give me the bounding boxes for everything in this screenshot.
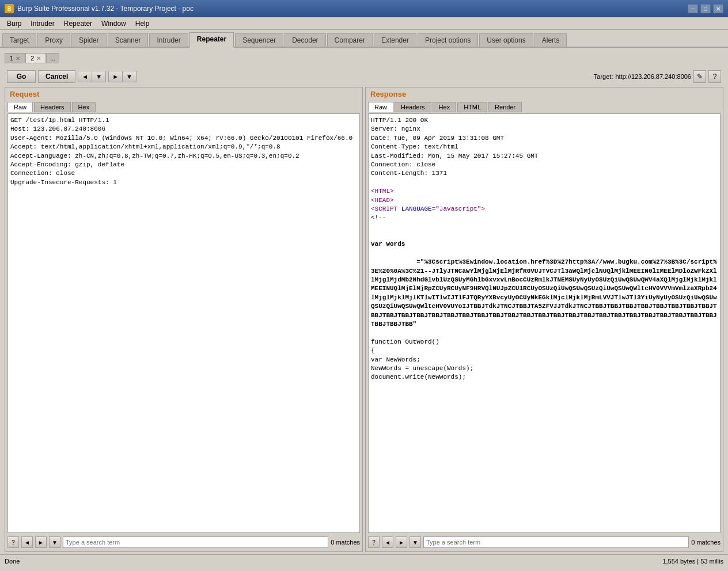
maximize-button[interactable]: □ (700, 4, 711, 13)
request-search-bar: ? ◄ ► ▼ 0 matches (5, 533, 362, 551)
menubar: Burp Intruder Repeater Window Help (0, 17, 728, 30)
request-line-4: Accept: text/html,application/xhtml+xml,… (10, 143, 357, 151)
next-nav-group: ► ▼ (108, 71, 136, 82)
request-search-help-button[interactable]: ? (7, 536, 19, 548)
response-tab-headers[interactable]: Headers (395, 102, 431, 112)
request-search-matches: 0 matches (331, 539, 360, 546)
prev-button[interactable]: ◄ (78, 71, 92, 82)
response-tab-render[interactable]: Render (488, 102, 522, 112)
resp-line-script: <SCRIPT LANGUAGE="Javascript"> (371, 205, 718, 214)
request-tab-hex[interactable]: Hex (72, 102, 96, 112)
request-line-1: GET /test/1p.html HTTP/1.1 (10, 116, 357, 125)
response-tabs: Raw Headers Hex HTML Render (366, 101, 723, 113)
request-search-prev-button[interactable]: ◄ (21, 536, 33, 548)
status-text: Done (5, 558, 20, 565)
menu-burp[interactable]: Burp (2, 18, 26, 29)
menu-intruder[interactable]: Intruder (26, 18, 59, 29)
status-info: 1,554 bytes | 53 millis (662, 558, 723, 565)
target-label: Target: (594, 73, 613, 80)
resp-line-words-value: ="%3Cscript%3Ewindow.location.href%3D%27… (371, 249, 718, 338)
resp-line-empty2 (371, 223, 718, 231)
response-title: Response (366, 87, 723, 101)
minimize-button[interactable]: − (688, 4, 698, 13)
menu-repeater[interactable]: Repeater (59, 18, 97, 29)
target-url: http://123.206.87.240:8006 (615, 73, 691, 80)
prev-dropdown-button[interactable]: ▼ (92, 71, 106, 82)
request-panel: Request Raw Headers Hex GET /test/1p.htm… (5, 87, 363, 552)
resp-line-head: <HEAD> (371, 196, 718, 205)
next-button[interactable]: ► (108, 71, 122, 82)
response-content-area: HTTP/1.1 200 OK Server: nginx Date: Tue,… (366, 113, 723, 533)
request-line-2: Host: 123.206.87.240:8006 (10, 125, 357, 134)
tab-intruder[interactable]: Intruder (149, 33, 188, 47)
repeater-tab-2[interactable]: 2 ✕ (25, 53, 46, 63)
resp-line-status: HTTP/1.1 200 OK (371, 116, 718, 125)
resp-line-empty3 (371, 231, 718, 240)
response-search-matches: 0 matches (691, 539, 721, 546)
request-content[interactable]: GET /test/1p.html HTTP/1.1 Host: 123.206… (7, 113, 360, 533)
request-content-area: GET /test/1p.html HTTP/1.1 Host: 123.206… (5, 113, 362, 533)
window-title: Burp Suite Professional v1.7.32 - Tempor… (17, 5, 194, 13)
repeater-tab-1[interactable]: 1 ✕ (5, 53, 25, 63)
next-dropdown-button[interactable]: ▼ (122, 71, 136, 82)
menu-help[interactable]: Help (131, 18, 154, 29)
response-tab-hex[interactable]: Hex (433, 102, 457, 112)
response-tab-html[interactable]: HTML (457, 102, 487, 112)
help-button[interactable]: ? (708, 70, 721, 83)
resp-line-docwrite: document.write(NewWords); (371, 373, 718, 382)
close-tab-2-icon[interactable]: ✕ (36, 55, 41, 62)
tab-sequencer[interactable]: Sequencer (235, 33, 283, 47)
resp-line-func: function OutWord() (371, 338, 718, 347)
toolbar: Go Cancel ◄ ▼ ► ▼ Target: http://123.206… (2, 66, 726, 87)
response-tab-raw[interactable]: Raw (368, 102, 393, 112)
request-tab-headers[interactable]: Headers (34, 102, 71, 112)
request-line-7: Connection: close (10, 169, 357, 178)
response-panel: Response Raw Headers Hex HTML Render HTT… (365, 87, 723, 552)
repeater-tab-more[interactable]: ... (46, 53, 59, 63)
tab-decoder[interactable]: Decoder (285, 33, 325, 47)
request-search-next-button[interactable]: ► (35, 536, 47, 548)
request-tab-raw[interactable]: Raw (7, 102, 33, 112)
response-content[interactable]: HTTP/1.1 200 OK Server: nginx Date: Tue,… (368, 113, 721, 533)
tab-scanner[interactable]: Scanner (108, 33, 149, 47)
resp-line-varnewwords: var NewWords; (371, 356, 718, 364)
tab-spider[interactable]: Spider (71, 33, 107, 47)
go-button[interactable]: Go (7, 70, 36, 83)
resp-line-connection: Connection: close (371, 161, 718, 169)
resp-line-last-modified: Last-Modified: Mon, 15 May 2017 15:27:45… (371, 152, 718, 161)
resp-line-server: Server: nginx (371, 125, 718, 134)
menu-window[interactable]: Window (97, 18, 131, 29)
panels-container: Request Raw Headers Hex GET /test/1p.htm… (2, 87, 726, 552)
repeater-tab-bar: 1 ✕ 2 ✕ ... (2, 50, 726, 66)
response-search-options-button[interactable]: ▼ (410, 536, 421, 548)
request-line-5: Accept-Language: zh-CN,zh;q=0.8,zh-TW;q=… (10, 152, 357, 161)
edit-target-button[interactable]: ✎ (693, 70, 706, 83)
request-search-input[interactable] (63, 536, 328, 548)
response-search-next-button[interactable]: ► (396, 536, 407, 548)
close-tab-1-icon[interactable]: ✕ (16, 55, 20, 62)
request-title: Request (5, 87, 362, 101)
resp-line-html: <HTML> (371, 187, 718, 196)
resp-line-varwords: var Words (371, 240, 718, 249)
tab-repeater[interactable]: Repeater (189, 32, 234, 48)
tab-alerts[interactable]: Alerts (534, 33, 567, 47)
resp-line-content-length: Content-Length: 1371 (371, 169, 718, 178)
tab-user-options[interactable]: User options (479, 33, 533, 47)
resp-line-content-type: Content-Type: text/html (371, 143, 718, 151)
request-line-6: Accept-Encoding: gzip, deflate (10, 161, 357, 169)
close-button[interactable]: ✕ (713, 4, 723, 13)
tab-project-options[interactable]: Project options (418, 33, 478, 47)
resp-line-comment: <!-- (371, 214, 718, 222)
request-tabs: Raw Headers Hex (5, 101, 362, 113)
request-search-options-button[interactable]: ▼ (49, 536, 60, 548)
tab-proxy[interactable]: Proxy (37, 33, 70, 47)
response-search-prev-button[interactable]: ◄ (382, 536, 393, 548)
resp-line-brace: { (371, 347, 718, 355)
request-line-8: Upgrade-Insecure-Requests: 1 (10, 178, 357, 187)
tab-extender[interactable]: Extender (374, 33, 416, 47)
tab-target[interactable]: Target (2, 33, 36, 47)
response-search-input[interactable] (423, 536, 689, 548)
tab-comparer[interactable]: Comparer (327, 33, 373, 47)
response-search-help-button[interactable]: ? (368, 536, 380, 548)
cancel-button[interactable]: Cancel (38, 70, 75, 83)
